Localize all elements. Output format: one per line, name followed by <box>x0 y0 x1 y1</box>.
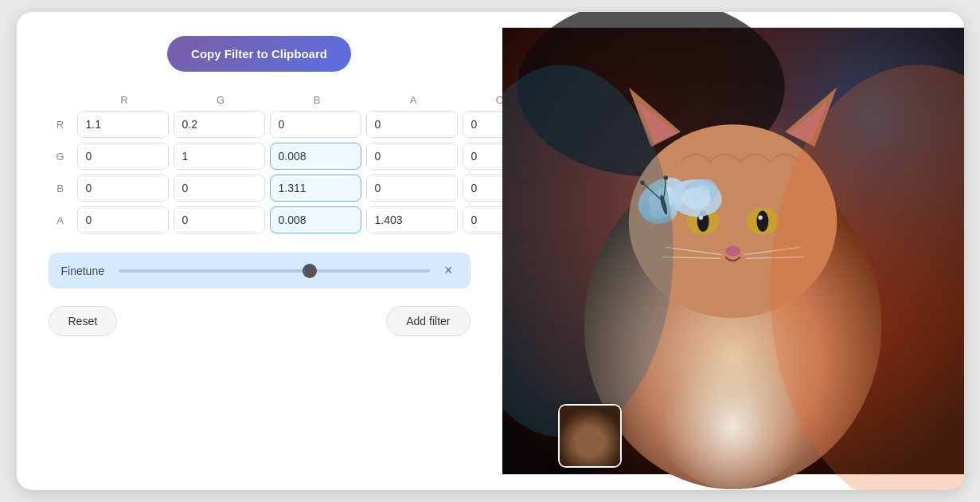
input-g-g[interactable] <box>174 143 265 170</box>
row-label-a: A <box>49 214 72 226</box>
matrix-column-headers: R G B A Offset <box>49 94 470 106</box>
add-filter-button[interactable]: Add filter <box>386 306 470 336</box>
copy-filter-button[interactable]: Copy Filter to Clipboard <box>167 36 351 72</box>
col-header-g: G <box>175 94 267 106</box>
row-label-g: G <box>49 151 72 163</box>
col-header-a: A <box>368 94 459 106</box>
action-row: Reset Add filter <box>49 306 470 336</box>
finetune-slider[interactable] <box>119 269 430 273</box>
matrix-area: R G B A Offset R G <box>49 94 470 238</box>
input-a-r[interactable] <box>77 206 169 233</box>
col-header-r: R <box>79 94 170 106</box>
input-b-a[interactable] <box>366 175 458 202</box>
thumbnail-image <box>558 404 622 468</box>
matrix-row-a: A <box>49 206 470 233</box>
svg-point-16 <box>725 245 740 256</box>
input-g-b[interactable] <box>270 143 361 170</box>
finetune-label: Finetune <box>61 265 109 277</box>
matrix-row-r: R <box>49 111 470 138</box>
input-r-b[interactable] <box>270 111 361 138</box>
app-container: Copy Filter to Clipboard R G B A Offset … <box>17 12 964 490</box>
input-b-r[interactable] <box>77 175 169 202</box>
row-label-r: R <box>49 119 72 131</box>
input-a-b[interactable] <box>270 206 361 233</box>
matrix-row-g: G <box>49 143 470 170</box>
input-g-a[interactable] <box>366 143 458 170</box>
input-a-a[interactable] <box>366 206 458 233</box>
left-panel: Copy Filter to Clipboard R G B A Offset … <box>17 12 502 490</box>
matrix-row-b: B <box>49 175 470 202</box>
svg-point-15 <box>758 215 763 220</box>
reset-button[interactable]: Reset <box>49 306 118 336</box>
col-header-b: B <box>271 94 363 106</box>
right-panel <box>502 12 964 490</box>
input-a-g[interactable] <box>174 206 265 233</box>
finetune-bar: Finetune × <box>49 253 470 288</box>
input-r-g[interactable] <box>174 111 265 138</box>
finetune-close-button[interactable]: × <box>439 261 458 280</box>
svg-point-13 <box>756 211 768 232</box>
input-b-g[interactable] <box>174 175 265 202</box>
row-label-b: B <box>49 182 72 194</box>
input-r-r[interactable] <box>77 111 169 138</box>
input-r-a[interactable] <box>366 111 458 138</box>
input-g-r[interactable] <box>77 143 169 170</box>
input-b-b[interactable] <box>270 175 361 202</box>
